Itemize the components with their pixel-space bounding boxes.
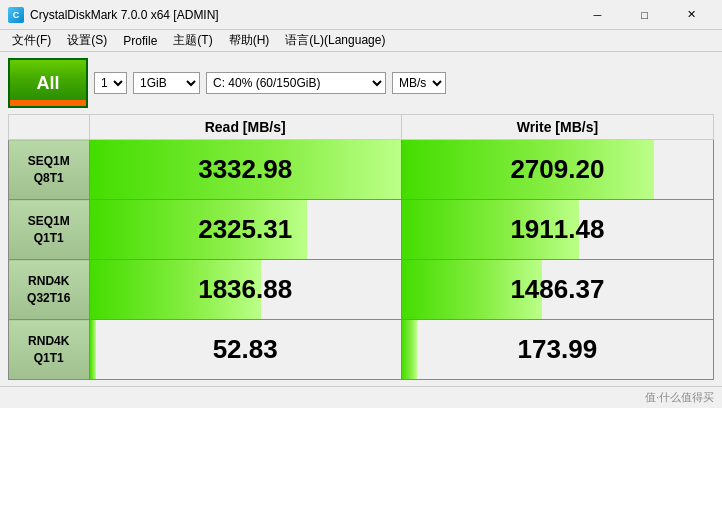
table-row: RND4KQ1T1 52.83 173.99: [9, 320, 714, 380]
all-button[interactable]: All: [8, 58, 88, 108]
read-value-cell: 2325.31: [89, 200, 401, 260]
app-icon: C: [8, 7, 24, 23]
loop-count-select[interactable]: 1 3 5: [94, 72, 127, 94]
row-label: RND4KQ1T1: [9, 320, 90, 380]
read-value: 52.83: [90, 320, 401, 379]
header-empty: [9, 115, 90, 140]
menu-profile[interactable]: Profile: [115, 30, 165, 52]
menu-language[interactable]: 语言(L)(Language): [277, 30, 393, 52]
write-value: 2709.20: [402, 140, 713, 199]
drive-select[interactable]: C: 40% (60/150GiB): [206, 72, 386, 94]
maximize-button[interactable]: □: [622, 2, 667, 28]
menu-file[interactable]: 文件(F): [4, 30, 59, 52]
header-write: Write [MB/s]: [401, 115, 713, 140]
write-value-cell: 1911.48: [401, 200, 713, 260]
read-value: 1836.88: [90, 260, 401, 319]
minimize-button[interactable]: ─: [575, 2, 620, 28]
data-size-select[interactable]: 1GiB 512MiB 2GiB: [133, 72, 200, 94]
row-label: SEQ1MQ8T1: [9, 140, 90, 200]
row-label: RND4KQ32T16: [9, 260, 90, 320]
read-value: 2325.31: [90, 200, 401, 259]
read-value: 3332.98: [90, 140, 401, 199]
read-value-cell: 1836.88: [89, 260, 401, 320]
menu-settings[interactable]: 设置(S): [59, 30, 115, 52]
write-value-cell: 173.99: [401, 320, 713, 380]
watermark: 值·什么值得买: [645, 390, 714, 405]
title-bar-buttons: ─ □ ✕: [575, 2, 714, 28]
read-value-cell: 52.83: [89, 320, 401, 380]
header-read: Read [MB/s]: [89, 115, 401, 140]
table-row: SEQ1MQ8T1 3332.98 2709.20: [9, 140, 714, 200]
row-label: SEQ1MQ1T1: [9, 200, 90, 260]
status-bar: 值·什么值得买: [0, 386, 722, 408]
read-value-cell: 3332.98: [89, 140, 401, 200]
close-button[interactable]: ✕: [669, 2, 714, 28]
title-bar-text: CrystalDiskMark 7.0.0 x64 [ADMIN]: [30, 8, 575, 22]
write-value-cell: 2709.20: [401, 140, 713, 200]
main-area: All 1 3 5 1GiB 512MiB 2GiB C: 40% (60/15…: [0, 52, 722, 386]
unit-select[interactable]: MB/s GB/s: [392, 72, 446, 94]
benchmark-table: Read [MB/s] Write [MB/s] SEQ1MQ8T1 3332.…: [8, 114, 714, 380]
write-value: 1486.37: [402, 260, 713, 319]
title-bar: C CrystalDiskMark 7.0.0 x64 [ADMIN] ─ □ …: [0, 0, 722, 30]
menu-help[interactable]: 帮助(H): [221, 30, 278, 52]
write-value: 1911.48: [402, 200, 713, 259]
write-value-cell: 1486.37: [401, 260, 713, 320]
write-value: 173.99: [402, 320, 713, 379]
menu-theme[interactable]: 主题(T): [165, 30, 220, 52]
table-row: SEQ1MQ1T1 2325.31 1911.48: [9, 200, 714, 260]
table-row: RND4KQ32T16 1836.88 1486.37: [9, 260, 714, 320]
controls-row: All 1 3 5 1GiB 512MiB 2GiB C: 40% (60/15…: [8, 58, 714, 108]
menu-bar: 文件(F) 设置(S) Profile 主题(T) 帮助(H) 语言(L)(La…: [0, 30, 722, 52]
